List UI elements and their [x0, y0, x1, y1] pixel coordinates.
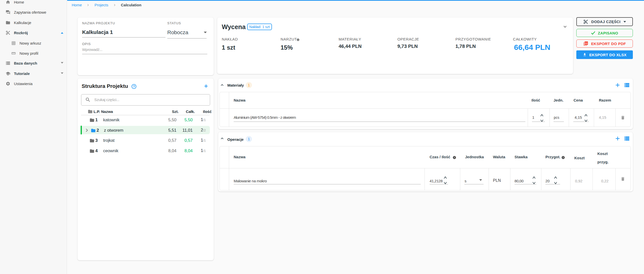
svg-text:PDF: PDF: [585, 42, 588, 44]
svg-text:?: ?: [563, 156, 564, 159]
svg-text:?: ?: [454, 156, 455, 159]
